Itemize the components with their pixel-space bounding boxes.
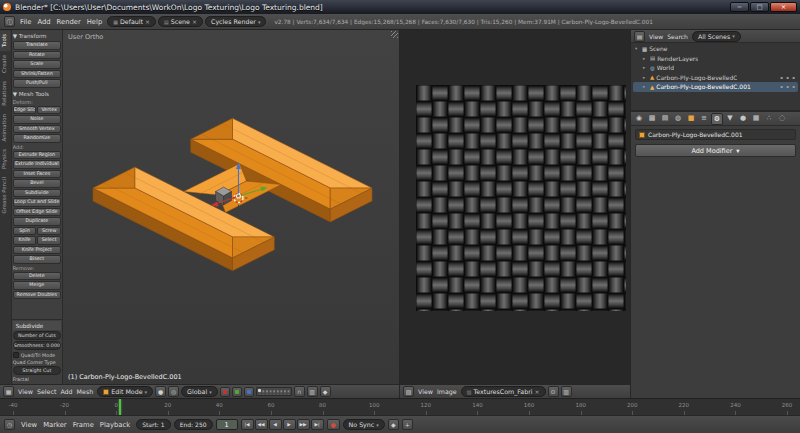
screw-button[interactable]: Screw <box>37 227 61 236</box>
duplicate-button[interactable]: Duplicate <box>13 217 61 226</box>
particles-tab-icon[interactable]: ∴ <box>763 113 775 125</box>
toolshelf-tab-tools[interactable]: Tools <box>0 30 11 51</box>
randomize-button[interactable]: Randomize <box>13 134 61 143</box>
noise-button[interactable]: Noise <box>13 115 61 124</box>
outliner-item-scene[interactable]: ▾▦Scene <box>633 44 798 54</box>
expand-icon[interactable]: ▸ <box>643 84 648 89</box>
timeline-menu-marker[interactable]: Marker <box>40 421 70 429</box>
expand-icon[interactable]: ▾ <box>635 46 640 51</box>
editor-type-icon[interactable]: ▦ <box>3 386 14 397</box>
world-tab-icon[interactable]: ◍ <box>672 113 684 125</box>
render-tab-icon[interactable]: ◉ <box>633 113 645 125</box>
timeline-menu-frame[interactable]: Frame <box>70 421 97 429</box>
outliner-editor-icon[interactable]: ▤ <box>634 31 645 42</box>
manipulator-rotate-icon[interactable] <box>232 387 242 397</box>
restrict-toggle-icons[interactable]: ▪ ▪ ▪ <box>780 84 798 89</box>
smoothness-field[interactable]: Smoothness: 0.000 <box>13 341 61 350</box>
timeline-menu-playback[interactable]: Playback <box>97 421 133 429</box>
panel-header-mesh-tools[interactable]: ▼ Mesh Tools <box>13 89 61 99</box>
image-pin-icon[interactable]: ⊙ <box>548 386 559 397</box>
layers-widget[interactable] <box>256 387 292 396</box>
view3d-menu-mesh[interactable]: Mesh <box>75 388 96 395</box>
manipulator-scale-icon[interactable] <box>244 387 254 397</box>
toolshelf-tab-relations[interactable]: Relations <box>0 77 11 110</box>
rotate-button[interactable]: Rotate <box>13 51 61 60</box>
texture-tab-icon[interactable]: ▦ <box>750 113 762 125</box>
viewport-shading-icon[interactable]: ● <box>155 386 166 397</box>
delete-button[interactable]: Delete <box>13 272 61 281</box>
uv-image-canvas[interactable] <box>400 30 630 384</box>
edge-slide-button[interactable]: Edge Slide <box>13 106 37 115</box>
scene-selector[interactable]: ▤ Scene × <box>158 16 203 27</box>
number-of-cuts-field[interactable]: Number of Cuts <box>13 331 61 340</box>
uv-menu-image[interactable]: Image <box>435 388 459 395</box>
region-corner-grip[interactable] <box>391 31 398 38</box>
outliner-menu-view[interactable]: View <box>647 33 665 40</box>
spin-button[interactable]: Spin <box>13 227 37 236</box>
expand-icon[interactable]: ▸ <box>643 75 648 80</box>
outliner-filter-dropdown[interactable]: All Scenes ▾ <box>692 31 741 42</box>
frame-end-field[interactable]: End: 250 <box>174 419 213 430</box>
bisect-button[interactable]: Bisect <box>13 255 61 264</box>
image-datablock-selector[interactable]: ▨ TexturesCom_Fabri × <box>461 386 546 397</box>
expand-icon[interactable]: ▸ <box>643 56 648 61</box>
modifiers-tab-icon[interactable]: ⚙ <box>711 113 723 125</box>
info-menu-help[interactable]: Help <box>84 18 106 26</box>
expand-icon[interactable]: ▸ <box>643 65 648 70</box>
restrict-toggle-icons[interactable]: ▪ ▪ ▪ <box>780 75 798 80</box>
render-engine-selector[interactable]: Cycles Render ▾ <box>205 16 266 27</box>
outliner-menu-search[interactable]: Search <box>665 33 690 40</box>
vertex-button[interactable]: Vertex <box>37 106 61 115</box>
smooth-vertex-button[interactable]: Smooth Vertex <box>13 125 61 134</box>
object-data-tab-icon[interactable]: ▼ <box>724 113 736 125</box>
knife-button[interactable]: Knife <box>13 236 37 245</box>
snap-magnet-icon[interactable]: ∩ <box>294 386 305 397</box>
scene-tab-icon[interactable]: ▤ <box>659 113 671 125</box>
redo-panel-header[interactable]: Subdivide <box>13 321 61 330</box>
loop-cut-and-slide-button[interactable]: Loop Cut and Slide <box>13 198 61 207</box>
image-editor-icon[interactable]: ▨ <box>403 386 414 397</box>
play-button[interactable]: ▶ <box>283 419 296 430</box>
jump-to-start-button[interactable]: |◀ <box>241 419 254 430</box>
info-menu-render[interactable]: Render <box>54 18 84 26</box>
panel-header-transform[interactable]: ▼ Transform <box>13 31 61 41</box>
timeline-menu-view[interactable]: View <box>18 421 40 429</box>
toolshelf-tab-grease-pencil[interactable]: Grease Pencil <box>0 173 11 217</box>
sync-dropdown[interactable]: No Sync ▾ <box>343 419 385 430</box>
extrude-region-button[interactable]: Extrude Region <box>13 151 61 160</box>
material-tab-icon[interactable]: ● <box>737 113 749 125</box>
outliner-item-renderlayers[interactable]: ▸▤RenderLayers <box>633 54 798 64</box>
frame-start-field[interactable]: Start: 1 <box>136 419 171 430</box>
render-preview-icon[interactable]: ◆ <box>320 386 331 397</box>
add-modifier-button[interactable]: Add Modifier ▾ <box>635 144 796 157</box>
extrude-individual-button[interactable]: Extrude Individual <box>13 160 61 169</box>
constraints-tab-icon[interactable]: ≡ <box>698 113 710 125</box>
quad-corner-type-dropdown[interactable]: Straight Cut <box>13 366 61 375</box>
toolshelf-tab-animation[interactable]: Animation <box>0 110 11 145</box>
select-button[interactable]: Select <box>37 236 61 245</box>
outliner-item-carbon-ply-logo-bevelledc[interactable]: ▸▲Carbon-Ply-Logo-BevelledC▪ ▪ ▪ <box>633 73 798 83</box>
mode-dropdown[interactable]: Edit Mode ▾ <box>97 386 153 397</box>
record-button[interactable]: ● <box>327 419 340 430</box>
quad-tri-mode-checkbox[interactable] <box>13 352 19 358</box>
viewport-3d[interactable]: User Ortho (1) Carbon-Ply-Logo-BevelledC… <box>63 30 399 384</box>
info-menu-add[interactable]: Add <box>34 18 53 26</box>
translate-button[interactable]: Translate <box>13 41 61 50</box>
info-menu-file[interactable]: File <box>17 18 34 26</box>
current-frame-playhead[interactable] <box>119 399 121 415</box>
screen-layout-selector[interactable]: ▦ Default × <box>107 16 156 27</box>
timeline-editor-icon[interactable]: ◷ <box>4 419 15 430</box>
pivot-point-icon[interactable]: ◎ <box>168 386 179 397</box>
view3d-menu-select[interactable]: Select <box>35 388 58 395</box>
insert-keyframe-icon[interactable]: + <box>402 419 413 430</box>
outliner-item-world[interactable]: ▸◍World <box>633 63 798 73</box>
timeline-ruler[interactable]: -40-200204060801001201401601802002202402… <box>0 399 800 416</box>
subdivide-button[interactable]: Subdivide <box>13 189 61 198</box>
display-channels-icon[interactable]: ▥ <box>561 386 572 397</box>
knife-project-button[interactable]: Knife Project <box>13 246 61 255</box>
minimize-button[interactable]: − <box>730 2 749 12</box>
merge-button[interactable]: Merge <box>13 281 61 290</box>
maximize-button[interactable]: □ <box>750 2 769 12</box>
scene-unlink-icon[interactable]: × <box>192 18 197 25</box>
view3d-menu-view[interactable]: View <box>16 388 35 395</box>
